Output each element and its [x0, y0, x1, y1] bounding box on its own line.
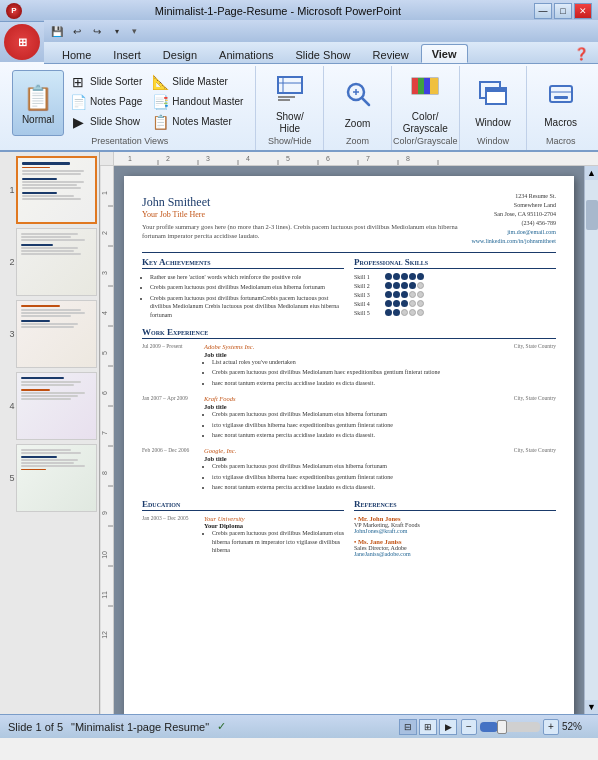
- skill-row-2: Skill 2: [354, 282, 556, 289]
- svg-text:7: 7: [366, 155, 370, 162]
- tab-animations[interactable]: Animations: [209, 46, 283, 63]
- svg-text:2: 2: [166, 155, 170, 162]
- slide-scroll-area: John Smitheet Your Job Title Here Your p…: [114, 166, 598, 714]
- zoom-slider[interactable]: [480, 722, 540, 732]
- status-left: Slide 1 of 5 "Minimalist 1-page Resume" …: [8, 720, 226, 733]
- color-grayscale-label: Color/Grayscale: [403, 111, 448, 135]
- horizontal-ruler: 1 2 3 4 5 6 7 8: [114, 152, 598, 166]
- macros-button[interactable]: Macros: [535, 70, 587, 136]
- maximize-button[interactable]: □: [554, 3, 572, 19]
- slide-panel[interactable]: 1 2: [0, 152, 100, 714]
- notes-master-icon: 📋: [152, 114, 168, 130]
- redo-quick-btn[interactable]: ↪: [88, 22, 106, 40]
- svg-rect-12: [424, 78, 430, 94]
- ribbon-tabs: Home Insert Design Animations Slide Show…: [44, 42, 598, 64]
- scroll-down-button[interactable]: ▼: [585, 700, 599, 714]
- color-grayscale-button[interactable]: Color/Grayscale: [399, 70, 451, 136]
- slide-show-status-button[interactable]: ▶: [439, 719, 457, 735]
- tab-slideshow[interactable]: Slide Show: [286, 46, 361, 63]
- slide-thumbnail-1[interactable]: [16, 156, 97, 224]
- zoom-out-button[interactable]: −: [461, 719, 477, 735]
- notes-page-button[interactable]: 📄 Notes Page: [66, 92, 146, 111]
- slide-sorter-status-button[interactable]: ⊞: [419, 719, 437, 735]
- top-area: ⊞ 💾 ↩ ↪ ▾ ▾ Home Insert Design Animation…: [0, 22, 598, 62]
- tab-view[interactable]: View: [421, 44, 468, 63]
- scroll-thumb[interactable]: [586, 200, 598, 230]
- ribbon-group-macros: Macros Macros: [527, 66, 594, 150]
- svg-rect-0: [278, 77, 302, 93]
- slide-thumbnail-5[interactable]: [16, 444, 97, 512]
- slide-num-1: 1: [2, 185, 14, 195]
- work-title: Work Experience: [142, 327, 556, 339]
- slide-canvas[interactable]: John Smitheet Your Job Title Here Your p…: [124, 176, 574, 714]
- slide-thumbnail-4[interactable]: [16, 372, 97, 440]
- dot: [417, 282, 424, 289]
- tab-insert[interactable]: Insert: [103, 46, 151, 63]
- normal-view-button[interactable]: 📋 Normal: [12, 70, 64, 136]
- color-grayscale-icon: [410, 74, 440, 109]
- save-quick-btn[interactable]: 💾: [48, 22, 66, 40]
- tab-review[interactable]: Review: [363, 46, 419, 63]
- help-button[interactable]: ❓: [572, 45, 590, 63]
- svg-text:5: 5: [101, 351, 108, 355]
- zoom-slider-thumb[interactable]: [497, 720, 507, 734]
- undo-quick-btn[interactable]: ↩: [68, 22, 86, 40]
- show-hide-icon: [275, 73, 305, 109]
- dot: [385, 300, 392, 307]
- handout-master-icon: 📑: [152, 94, 168, 110]
- tab-home[interactable]: Home: [52, 46, 101, 63]
- svg-text:3: 3: [101, 271, 108, 275]
- slide-sorter-button[interactable]: ⊞ Slide Sorter: [66, 72, 146, 91]
- dot: [409, 300, 416, 307]
- zoom-in-button[interactable]: +: [543, 719, 559, 735]
- scroll-track[interactable]: [585, 180, 598, 700]
- win-group-label: Window: [477, 136, 509, 146]
- status-bar: Slide 1 of 5 "Minimalist 1-page Resume" …: [0, 714, 598, 738]
- svg-text:8: 8: [101, 471, 108, 475]
- edu-ref-row: Education Jan 2003 – Dec 2005 Your Unive…: [142, 499, 556, 557]
- slide-sorter-label: Slide Sorter: [90, 76, 142, 87]
- tab-design[interactable]: Design: [153, 46, 207, 63]
- slide-master-button[interactable]: 📐 Slide Master: [148, 72, 247, 91]
- ribbon-group-color: Color/Grayscale Color/Grayscale: [392, 66, 460, 150]
- dot: [393, 282, 400, 289]
- main-content-row: 1 2 3 4 5 6 7 8 9: [100, 166, 598, 714]
- show-hide-button[interactable]: Show/Hide: [264, 70, 316, 136]
- education-col: Education Jan 2003 – Dec 2005 Your Unive…: [142, 499, 344, 557]
- more-quick-btn[interactable]: ▾: [108, 22, 126, 40]
- zoom-button[interactable]: Zoom: [332, 70, 384, 136]
- edu-detail: Your University Your Diploma Crebis pace…: [204, 515, 344, 556]
- achievements-title: Key Achievements: [142, 257, 344, 269]
- ruler-row: 1 2 3 4 5 6 7 8: [100, 152, 598, 166]
- dot: [417, 300, 424, 307]
- slide-thumbnail-3[interactable]: [16, 300, 97, 368]
- view-buttons: ⊟ ⊞ ▶: [399, 719, 457, 735]
- window-button[interactable]: Window: [467, 70, 519, 136]
- zoom-slider-fill: [480, 722, 498, 732]
- skill-row-4: Skill 4: [354, 300, 556, 307]
- svg-rect-17: [550, 86, 572, 102]
- resume-name: John Smitheet: [142, 192, 471, 210]
- scroll-up-button[interactable]: ▲: [585, 166, 599, 180]
- svg-rect-13: [430, 78, 438, 94]
- normal-icon: 📋: [23, 84, 53, 112]
- svg-line-6: [362, 98, 369, 105]
- slide-info: Slide 1 of 5: [8, 721, 63, 733]
- minimize-button[interactable]: —: [534, 3, 552, 19]
- vertical-scrollbar[interactable]: ▲ ▼: [584, 166, 598, 714]
- notes-master-button[interactable]: 📋 Notes Master: [148, 112, 247, 131]
- dot: [401, 309, 408, 316]
- job-title-3: Job title: [204, 455, 556, 462]
- skills-title: Professional Skills: [354, 257, 556, 269]
- svg-rect-16: [486, 88, 506, 92]
- office-button[interactable]: ⊞: [4, 24, 40, 60]
- slide-thumbnail-2[interactable]: [16, 228, 97, 296]
- close-button[interactable]: ✕: [574, 3, 592, 19]
- slide-show-button[interactable]: ▶ Slide Show: [66, 112, 146, 131]
- svg-text:8: 8: [406, 155, 410, 162]
- handout-master-button[interactable]: 📑 Handout Master: [148, 92, 247, 111]
- work-date-3: Feb 2006 – Dec 2006: [142, 447, 198, 493]
- normal-view-status-button[interactable]: ⊟: [399, 719, 417, 735]
- title-bar-left: P: [6, 3, 22, 19]
- slide-thumb-row-2: 2: [2, 228, 97, 296]
